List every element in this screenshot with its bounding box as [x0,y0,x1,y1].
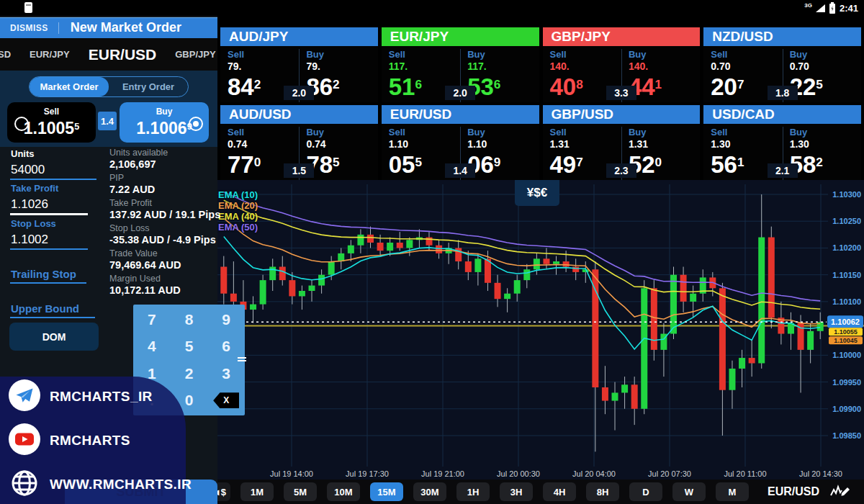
quote-sell-prefix: 79. [228,60,299,72]
pair-tab-eur-jpy[interactable]: EUR/JPY [20,49,79,60]
quote-tile-eurjpy: EUR/JPYSell117.516Buy117.5362.0 [382,27,539,102]
key-6[interactable]: 6 [212,338,240,355]
quote-spread: 1.4 [445,163,475,178]
quote-buy-price: 582 [790,151,861,176]
timeframe-1m[interactable]: 1M [240,482,274,501]
quote-pair-header[interactable]: EUR/JPY [382,27,539,46]
quote-tile-eurusd: EUR/USDSell1.10055Buy1.100691.4 [382,105,539,180]
dismiss-button[interactable]: DISMISS [0,23,58,33]
units-input[interactable]: 54000 [11,163,45,177]
upper-bound-link[interactable]: Upper Bound [11,302,79,315]
quote-buy-label: Buy [306,49,377,60]
dom-button[interactable]: DOM [9,323,99,351]
watermark-item: RMCHARTS [9,423,186,458]
svg-text:1.10300: 1.10300 [832,190,861,199]
quote-spread: 2.0 [284,86,314,100]
stat-value: -35.38 AUD / -4.9 Pips [109,234,216,246]
timeframe-3h[interactable]: 3H [500,482,533,501]
globe-icon [9,467,40,499]
buy-button[interactable]: Buy 1.10069 [120,102,209,143]
type-tab-entry-order[interactable]: Entry Order [109,77,188,96]
quote-pair-header[interactable]: GBP/JPY [543,27,701,46]
pair-tab-gbp-jpy[interactable]: GBP/JPY [166,49,217,60]
quote-sell-label: Sell [228,49,299,60]
quote-pair-header[interactable]: AUD/USD [220,105,378,124]
quote-pair-header[interactable]: AUD/JPY [220,27,378,46]
quote-sell-prefix: 140. [550,60,621,72]
quote-tile-nzdusd: NZD/USDSell0.70207Buy0.702251.8 [703,27,861,102]
signal-icon [816,4,825,12]
take-profit-input[interactable]: 1.1026 [11,197,48,212]
upper-bound-underline [10,317,95,318]
stop-loss-input[interactable]: 1.1002 [11,233,48,247]
quote-pair-header[interactable]: GBP/USD [543,105,701,124]
quote-buy-price: 225 [790,73,861,98]
key-7[interactable]: 7 [138,311,166,328]
timeframe-30m[interactable]: 30M [413,482,446,501]
svg-text:Jul 19 21:00: Jul 19 21:00 [421,469,464,478]
quote-tile-audjpy: AUD/JPYSell79.842Buy79.8622.0 [220,27,378,102]
sell-price: 1.10055 [7,119,96,138]
quote-sell-prefix: 0.70 [711,60,782,72]
chart-draw-icon[interactable] [829,484,851,500]
svg-text:1.10045: 1.10045 [834,337,858,344]
ema-legend-item: EMA (20) [218,200,258,211]
type-tab-market-order[interactable]: Market Order [30,77,109,96]
quote-buy-prefix: 1.10 [467,138,539,150]
sell-button[interactable]: Sell 1.10055 [7,102,96,143]
price-chart[interactable]: 1.103001.102501.102001.101501.101001.100… [216,180,864,480]
trailing-stop-link[interactable]: Trailing Stop [11,268,76,280]
timeframe-d[interactable]: D [629,482,662,501]
timeframe-1h[interactable]: 1H [456,482,490,501]
stat-label: PIP [109,173,216,184]
timeframe-4h[interactable]: 4H [543,482,576,501]
header-divider [58,22,59,34]
quote-spread: 2.1 [768,163,798,178]
quote-tile-body: Sell140.408Buy140.4413.3 [543,46,701,102]
key-8[interactable]: 8 [174,311,203,328]
key-5[interactable]: 5 [174,338,203,355]
quote-tile-gbpjpy: GBP/JPYSell140.408Buy140.4413.3 [543,27,701,102]
quote-sell-label: Sell [550,49,621,60]
svg-text:Jul 20 00:30: Jul 20 00:30 [497,469,540,478]
quote-pair-header[interactable]: USD/CAD [703,105,861,124]
pair-tab-eur-usd[interactable]: EUR/USD [79,46,166,63]
timeframe-5m[interactable]: 5M [284,482,317,501]
quote-sell-label: Sell [389,49,460,60]
svg-text:1.09900: 1.09900 [832,405,861,413]
chart-pair-label[interactable]: EUR/USD [768,485,819,498]
take-profit-label: Take Profit [11,183,58,194]
quote-tile-audusd: AUD/USDSell0.74770Buy0.747851.5 [220,105,378,180]
currency-symbols-button[interactable]: ¥$€ [515,180,559,206]
quote-pair-header[interactable]: EUR/USD [382,105,539,124]
key-3[interactable]: 3 [212,365,240,382]
quote-pair-header[interactable]: NZD/USD [703,27,861,46]
quote-buy-label: Buy [629,49,700,60]
quote-spread: 1.5 [284,163,314,178]
stat-label: Trade Value [109,248,216,259]
backspace-key[interactable]: X [213,392,239,408]
svg-text:Jul 19 14:00: Jul 19 14:00 [270,469,313,478]
quote-buy-prefix: 1.30 [790,138,861,150]
quote-tile-usdcad: USD/CADSell1.30561Buy1.305822.1 [703,105,861,180]
quote-tile-body: Sell79.842Buy79.8622.0 [220,46,378,102]
timeframe-8h[interactable]: 8H [586,482,619,501]
keypad-drag-handle[interactable] [238,356,246,363]
quote-spread: 1.8 [768,86,798,100]
ema-legend: EMA (10)EMA (20)EMA (40)EMA (50) [218,189,258,233]
svg-text:Jul 20 11:00: Jul 20 11:00 [724,469,766,478]
key-9[interactable]: 9 [212,311,240,328]
pair-tab-sd[interactable]: SD [0,49,20,60]
quote-sell-prefix: 1.31 [550,138,621,150]
quote-tile-gbpusd: GBP/USDSell1.31497Buy1.315202.3 [543,105,701,180]
quote-sell-label: Sell [228,127,299,138]
key-4[interactable]: 4 [138,338,166,355]
timeframe-w[interactable]: W [672,482,706,501]
timeframe-10m[interactable]: 10M [327,482,360,501]
timeframe-15m[interactable]: 15M [370,482,403,501]
quote-buy-price: 069 [467,151,539,176]
quote-buy-prefix: 1.31 [629,138,700,150]
quote-sell-prefix: 0.74 [228,138,299,150]
quote-board: AUD/JPYSell79.842Buy79.8622.0EUR/JPYSell… [220,27,861,180]
timeframe-m[interactable]: M [716,482,749,501]
